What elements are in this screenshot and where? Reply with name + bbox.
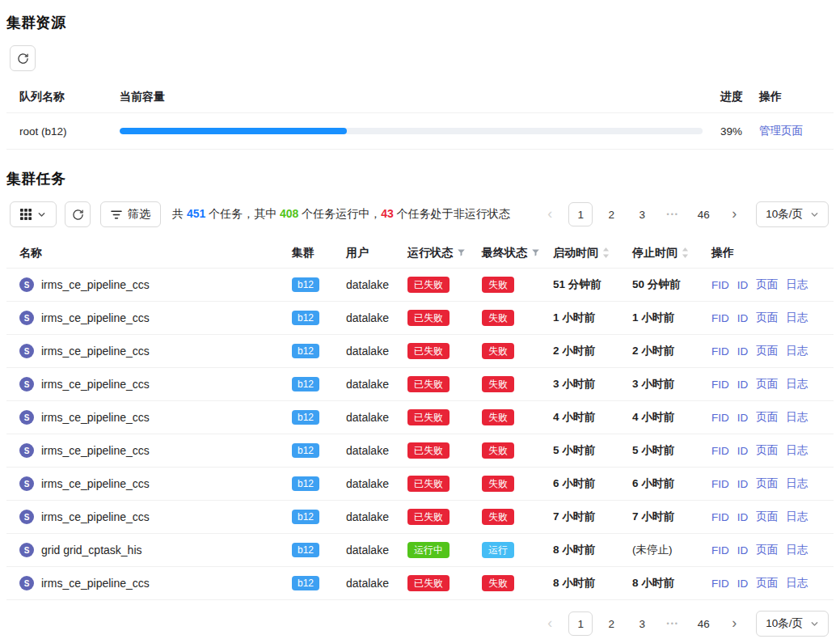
task-action-link[interactable]: 页面	[756, 344, 778, 358]
task-user: datalake	[346, 444, 389, 457]
task-type-avatar: S	[19, 344, 34, 358]
progress-value: 39%	[709, 125, 759, 138]
filter-funnel-icon[interactable]	[531, 248, 540, 257]
task-table-row: S irms_ce_pipeline_ccs b12 datalake 已失败 …	[6, 335, 834, 368]
pagination-prev[interactable]: ‹	[538, 611, 562, 636]
task-type-avatar: S	[19, 311, 34, 325]
task-action-link[interactable]: FID	[711, 578, 729, 590]
task-action-link[interactable]: FID	[711, 279, 729, 291]
task-action-link[interactable]: ID	[737, 412, 749, 424]
task-action-link[interactable]: ID	[737, 279, 749, 291]
start-time: 6 小时前	[553, 476, 595, 491]
pagination-page-46[interactable]: 46	[691, 202, 715, 226]
chevron-down-icon	[810, 620, 819, 628]
task-action-link[interactable]: 页面	[756, 510, 778, 524]
cluster-badge: b12	[292, 510, 319, 524]
layout-select-button[interactable]	[10, 201, 57, 227]
task-action-link[interactable]: 页面	[756, 410, 778, 425]
task-type-avatar: S	[19, 510, 34, 524]
task-action-link[interactable]: ID	[737, 345, 749, 358]
run-status-badge: 已失败	[407, 476, 450, 492]
pagination-page-2[interactable]: 2	[599, 611, 623, 636]
task-action-link[interactable]: FID	[711, 345, 729, 358]
task-action-link[interactable]: 日志	[786, 277, 808, 292]
task-action-link[interactable]: 日志	[786, 543, 808, 557]
task-action-link[interactable]: FID	[711, 412, 729, 424]
start-time: 8 小时前	[553, 576, 595, 590]
summary-text: 个任务处于非运行状态	[394, 207, 510, 220]
final-status-badge: 失败	[482, 575, 514, 591]
task-action-link[interactable]: 日志	[786, 410, 808, 425]
page-size-value: 10条/页	[766, 207, 803, 222]
task-action-link[interactable]: FID	[711, 478, 729, 490]
col-stop-time: 停止时间	[619, 246, 699, 260]
task-action-link[interactable]: ID	[737, 578, 749, 590]
start-time: 8 小时前	[553, 543, 595, 557]
col-final-status: 最终状态	[469, 246, 540, 260]
sorter-icon[interactable]	[682, 248, 689, 258]
task-action-link[interactable]: 页面	[756, 576, 778, 590]
task-action-link[interactable]: 页面	[756, 377, 778, 391]
summary-text: 共	[172, 207, 187, 220]
pagination-page-2[interactable]: 2	[599, 202, 623, 226]
task-action-link[interactable]: 日志	[786, 476, 808, 491]
pagination-next[interactable]: ›	[722, 202, 746, 226]
task-action-link[interactable]: 日志	[786, 311, 808, 325]
task-action-link[interactable]: 日志	[786, 510, 808, 524]
pagination-page-1[interactable]: 1	[568, 202, 593, 226]
pagination-page-3[interactable]: 3	[630, 202, 654, 226]
task-action-link[interactable]: ID	[737, 445, 749, 457]
manage-page-link[interactable]: 管理页面	[759, 125, 803, 137]
task-name: irms_ce_pipeline_ccs	[41, 444, 150, 457]
task-name-cell: S irms_ce_pipeline_ccs	[6, 476, 279, 491]
task-action-link[interactable]: FID	[711, 312, 729, 324]
task-action-link[interactable]: 日志	[786, 377, 808, 391]
task-action-link[interactable]: 日志	[786, 576, 808, 590]
pagination-page-46[interactable]: 46	[691, 611, 715, 636]
task-action-link[interactable]: ID	[737, 478, 749, 490]
task-action-link[interactable]: ID	[737, 544, 749, 556]
task-action-link[interactable]: FID	[711, 379, 729, 391]
tasks-refresh-button[interactable]	[65, 201, 91, 227]
task-action-link[interactable]: 日志	[786, 344, 808, 358]
cluster-badge: b12	[292, 576, 319, 590]
final-status-badge: 运行	[482, 542, 514, 558]
sorter-icon[interactable]	[602, 248, 610, 258]
pagination-page-1[interactable]: 1	[568, 611, 593, 636]
pagination-prev[interactable]: ‹	[538, 202, 562, 226]
task-name: irms_ce_pipeline_ccs	[41, 510, 150, 523]
task-type-avatar: S	[19, 410, 34, 425]
start-time: 4 小时前	[553, 410, 595, 425]
task-action-link[interactable]: FID	[711, 511, 729, 523]
task-actions-cell: FIDID页面日志	[699, 377, 834, 391]
task-type-avatar: S	[19, 476, 34, 491]
start-time: 51 分钟前	[553, 277, 601, 292]
pagination-next[interactable]: ›	[722, 611, 746, 636]
task-action-link[interactable]: 页面	[756, 476, 778, 491]
filter-button[interactable]: 筛选	[100, 201, 161, 227]
task-action-link[interactable]: ID	[737, 511, 749, 523]
resources-refresh-button[interactable]	[10, 45, 36, 71]
task-name: grid grid_cptask_his	[41, 544, 142, 556]
task-action-link[interactable]: FID	[711, 445, 729, 457]
task-name-cell: S irms_ce_pipeline_ccs	[6, 277, 279, 292]
task-actions-cell: FIDID页面日志	[699, 410, 834, 425]
task-action-link[interactable]: 页面	[756, 277, 778, 292]
task-action-link[interactable]: 页面	[756, 443, 778, 458]
page-size-select[interactable]: 10条/页	[756, 611, 829, 637]
task-action-link[interactable]: ID	[737, 312, 749, 324]
task-actions-cell: FIDID页面日志	[699, 476, 834, 491]
task-action-link[interactable]: FID	[711, 544, 729, 556]
task-actions-cell: FIDID页面日志	[699, 311, 834, 325]
stop-time: 5 小时前	[632, 443, 674, 458]
page-size-select[interactable]: 10条/页	[756, 201, 829, 227]
start-time: 7 小时前	[553, 510, 595, 524]
final-status-badge: 失败	[482, 409, 514, 425]
task-action-link[interactable]: 页面	[756, 311, 778, 325]
task-action-link[interactable]: 日志	[786, 443, 808, 458]
filter-funnel-icon[interactable]	[457, 248, 466, 257]
task-action-link[interactable]: ID	[737, 379, 749, 391]
pagination-page-3[interactable]: 3	[630, 611, 654, 636]
task-action-link[interactable]: 页面	[756, 543, 778, 557]
page: 集群资源 队列名称 当前容量 进度 操作 root (b12) 39%	[0, 0, 840, 637]
